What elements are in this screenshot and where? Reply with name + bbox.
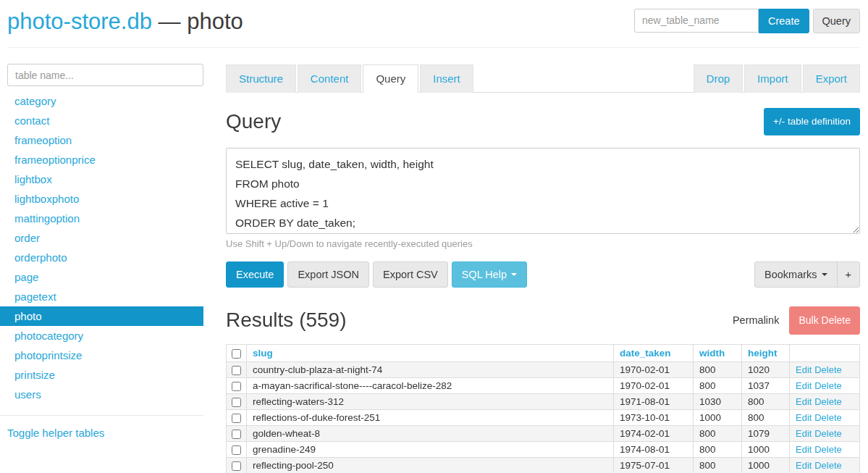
tab-group-right: DropImportExport bbox=[692, 64, 860, 92]
edit-link[interactable]: Edit bbox=[796, 460, 812, 471]
page-title: photo-store.db — photo bbox=[7, 9, 243, 35]
sidebar-item-lightbox[interactable]: lightbox bbox=[0, 169, 203, 189]
tab-query[interactable]: Query bbox=[363, 64, 418, 93]
cell-slug: country-club-plaza-at-night-74 bbox=[247, 361, 614, 377]
query-button-row: Execute Export JSON Export CSV SQL Help … bbox=[226, 261, 860, 288]
cell-slug: reflections-of-duke-forest-251 bbox=[247, 409, 614, 425]
sidebar-item-contact[interactable]: contact bbox=[0, 111, 203, 130]
row-checkbox[interactable] bbox=[232, 398, 241, 407]
row-checkbox[interactable] bbox=[232, 366, 241, 375]
permalink-link[interactable]: Permalink bbox=[733, 314, 779, 326]
sidebar-item-printsize[interactable]: printsize bbox=[0, 365, 203, 385]
cell-height: 1000 bbox=[742, 457, 790, 473]
cell-slug: reflecting-waters-312 bbox=[247, 393, 614, 409]
create-table-button[interactable]: Create bbox=[759, 9, 809, 34]
sidebar-item-users[interactable]: users bbox=[0, 385, 203, 404]
query-hint: Use Shift + Up/Down to navigate recently… bbox=[226, 238, 860, 249]
row-checkbox[interactable] bbox=[232, 382, 241, 391]
cell-width: 800 bbox=[694, 425, 742, 441]
global-query-button[interactable]: Query bbox=[813, 9, 861, 34]
tab-structure[interactable]: Structure bbox=[226, 64, 296, 93]
db-name-link[interactable]: photo-store.db bbox=[7, 9, 152, 34]
row-checkbox[interactable] bbox=[232, 461, 241, 471]
cell-height: 1000 bbox=[742, 441, 790, 457]
table-definition-toggle-button[interactable]: +/- table definition bbox=[764, 108, 860, 135]
delete-link[interactable]: Delete bbox=[814, 396, 842, 407]
delete-link[interactable]: Delete bbox=[814, 412, 842, 423]
results-table: slug date_taken width height country-clu… bbox=[226, 344, 860, 473]
delete-link[interactable]: Delete bbox=[814, 460, 842, 471]
sidebar-item-frameoptionprice[interactable]: frameoptionprice bbox=[0, 150, 203, 169]
tab-import[interactable]: Import bbox=[744, 64, 801, 93]
sidebar-item-photo[interactable]: photo bbox=[0, 306, 203, 326]
column-header-date-taken[interactable]: date_taken bbox=[614, 344, 694, 361]
delete-link[interactable]: Delete bbox=[814, 380, 842, 391]
caret-down-icon bbox=[822, 273, 827, 276]
edit-link[interactable]: Edit bbox=[796, 396, 812, 407]
edit-link[interactable]: Edit bbox=[796, 412, 812, 423]
tab-row: StructureContentQueryInsert DropImportEx… bbox=[226, 64, 860, 93]
sidebar-item-orderphoto[interactable]: orderphoto bbox=[0, 248, 203, 267]
edit-link[interactable]: Edit bbox=[796, 444, 812, 455]
bulk-delete-button[interactable]: Bulk Delete bbox=[789, 306, 860, 334]
column-header-width[interactable]: width bbox=[694, 344, 742, 361]
edit-link[interactable]: Edit bbox=[796, 380, 812, 391]
main-content: StructureContentQueryInsert DropImportEx… bbox=[226, 64, 860, 473]
row-checkbox[interactable] bbox=[232, 445, 241, 455]
export-json-button[interactable]: Export JSON bbox=[287, 261, 369, 288]
tab-export[interactable]: Export bbox=[803, 64, 860, 93]
column-header-height[interactable]: height bbox=[742, 344, 790, 361]
results-actions: Permalink Bulk Delete bbox=[733, 306, 860, 334]
tab-content[interactable]: Content bbox=[298, 64, 362, 93]
cell-slug: reflecting-pool-250 bbox=[247, 457, 614, 473]
sidebar-item-photoprintsize[interactable]: photoprintsize bbox=[0, 346, 203, 365]
results-header-row: slug date_taken width height bbox=[227, 344, 860, 361]
sidebar-item-lightboxphoto[interactable]: lightboxphoto bbox=[0, 189, 203, 209]
header-divider bbox=[7, 47, 860, 48]
sidebar-item-order[interactable]: order bbox=[0, 228, 203, 248]
add-bookmark-button[interactable]: + bbox=[837, 261, 860, 288]
sidebar-item-frameoption[interactable]: frameoption bbox=[0, 130, 203, 150]
sidebar-item-pagetext[interactable]: pagetext bbox=[0, 287, 203, 306]
toggle-helper-tables-link[interactable]: Toggle helper tables bbox=[7, 427, 104, 439]
sql-help-dropdown-button[interactable]: SQL Help bbox=[452, 261, 527, 288]
top-header: photo-store.db — photo Create Query bbox=[7, 7, 860, 35]
title-dash: — bbox=[159, 9, 181, 34]
cell-date-taken: 1970-02-01 bbox=[614, 377, 694, 393]
table-row: grenadine-2491974-08-018001000Edit Delet… bbox=[227, 441, 860, 457]
layout: categorycontactframeoptionframeoptionpri… bbox=[7, 64, 860, 473]
tab-drop[interactable]: Drop bbox=[694, 64, 743, 93]
cell-height: 800 bbox=[742, 409, 790, 425]
cell-date-taken: 1973-10-01 bbox=[614, 409, 694, 425]
edit-link[interactable]: Edit bbox=[796, 364, 812, 375]
caret-down-icon bbox=[511, 273, 517, 276]
bookmarks-dropdown-button[interactable]: Bookmarks bbox=[754, 261, 838, 288]
sidebar-item-page[interactable]: page bbox=[0, 267, 203, 287]
select-all-checkbox[interactable] bbox=[232, 349, 241, 359]
row-checkbox[interactable] bbox=[232, 430, 241, 439]
sql-editor[interactable]: SELECT slug, date_taken, width, height F… bbox=[226, 148, 860, 234]
sidebar-item-category[interactable]: category bbox=[0, 91, 203, 111]
cell-width: 1030 bbox=[694, 393, 742, 409]
sidebar: categorycontactframeoptionframeoptionpri… bbox=[7, 64, 203, 473]
cell-width: 800 bbox=[694, 441, 742, 457]
cell-date-taken: 1970-02-01 bbox=[614, 361, 694, 377]
edit-link[interactable]: Edit bbox=[796, 428, 812, 439]
table-filter-input[interactable] bbox=[7, 64, 203, 86]
delete-link[interactable]: Delete bbox=[814, 444, 842, 455]
cell-date-taken: 1975-07-01 bbox=[614, 457, 694, 473]
export-csv-button[interactable]: Export CSV bbox=[373, 261, 448, 288]
sidebar-item-photocategory[interactable]: photocategory bbox=[0, 326, 203, 346]
sidebar-item-mattingoption[interactable]: mattingoption bbox=[0, 209, 203, 228]
new-table-input[interactable] bbox=[634, 9, 759, 33]
row-checkbox[interactable] bbox=[232, 414, 241, 423]
column-header-slug[interactable]: slug bbox=[247, 344, 614, 361]
cell-date-taken: 1971-08-01 bbox=[614, 393, 694, 409]
execute-button[interactable]: Execute bbox=[226, 261, 284, 288]
delete-link[interactable]: Delete bbox=[814, 364, 842, 375]
cell-width: 1000 bbox=[694, 409, 742, 425]
delete-link[interactable]: Delete bbox=[814, 428, 842, 439]
query-section-head: Query +/- table definition bbox=[226, 108, 860, 135]
bookmarks-group: Bookmarks + bbox=[754, 261, 860, 288]
tab-insert[interactable]: Insert bbox=[420, 64, 473, 93]
